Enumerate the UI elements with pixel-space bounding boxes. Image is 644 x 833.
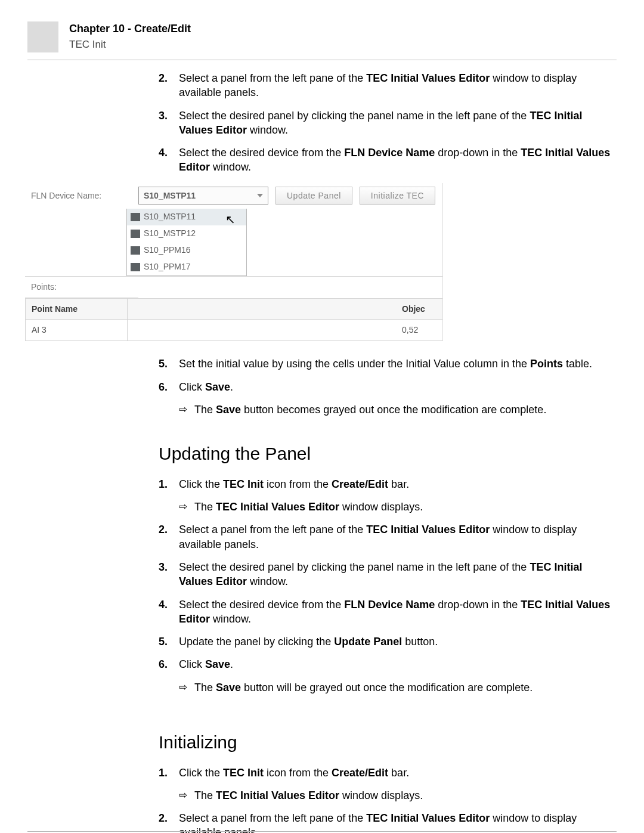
step-marker: 2. xyxy=(159,71,179,100)
step-item: 6.Click Save. xyxy=(159,380,617,394)
result-arrow-icon: ⇨ xyxy=(179,500,194,515)
updating-step-list: 1.Click the TEC Init icon from the Creat… xyxy=(159,477,617,695)
chapter-title: Chapter 10 - Create/Edit xyxy=(69,21,191,36)
step-marker: 3. xyxy=(159,109,179,138)
step-marker: 1. xyxy=(159,477,179,491)
step-marker: 3. xyxy=(159,560,179,589)
step-result-text: The TEC Initial Values Editor window dis… xyxy=(194,500,423,514)
col-object: Objec xyxy=(396,299,442,320)
device-icon xyxy=(131,230,140,238)
step-marker: 5. xyxy=(159,357,179,371)
step-marker: 1. xyxy=(159,766,179,780)
step-item: 3.Select the desired panel by clicking t… xyxy=(159,109,617,138)
step-text: Select the desired device from the FLN D… xyxy=(179,597,617,627)
step-text: Select the desired panel by clicking the… xyxy=(179,560,617,589)
step-item: 5.Update the panel by clicking the Updat… xyxy=(159,634,617,649)
result-arrow-icon: ⇨ xyxy=(179,789,194,803)
post-result-text: The Save button becomes grayed out once … xyxy=(194,402,546,417)
fln-device-name-label: FLN Device Name: xyxy=(25,187,138,205)
step-text: Select a panel from the left pane of the… xyxy=(179,522,617,552)
step-text: Update the panel by clicking the Update … xyxy=(179,634,617,649)
updating-heading: Updating the Panel xyxy=(159,442,617,466)
step-item: 5.Set the initial value by using the cel… xyxy=(159,357,617,371)
step-result: ⇨The TEC Initial Values Editor window di… xyxy=(179,788,617,803)
tec-editor-screenshot: FLN Device Name: S10_MSTP11 Update Panel… xyxy=(25,183,443,342)
fln-device-name-dropdown[interactable]: S10_MSTP11 xyxy=(138,187,268,205)
dropdown-option[interactable]: S10_MSTP11 xyxy=(127,209,246,225)
step-marker: 6. xyxy=(159,380,179,394)
result-arrow-icon: ⇨ xyxy=(179,681,194,695)
step-result-text: The TEC Initial Values Editor window dis… xyxy=(194,788,423,803)
page-header: Chapter 10 - Create/Edit TEC Init xyxy=(27,21,617,60)
step-text: Click the TEC Init icon from the Create/… xyxy=(179,766,617,780)
step-marker: 4. xyxy=(159,597,179,627)
step-item: 4.Select the desired device from the FLN… xyxy=(159,597,617,627)
initializing-heading: Initializing xyxy=(159,730,617,755)
step-marker: 2. xyxy=(159,522,179,552)
chevron-down-icon xyxy=(257,194,263,197)
device-icon xyxy=(131,213,140,221)
dropdown-option-label: S10_MSTP11 xyxy=(144,211,196,222)
step-result-text: The Save button will be grayed out once … xyxy=(194,680,532,695)
step-text: Select a panel from the left pane of the… xyxy=(179,811,617,833)
header-square-icon xyxy=(27,21,58,52)
initialize-tec-button[interactable]: Initialize TEC xyxy=(360,187,435,205)
step-marker: 4. xyxy=(159,145,179,175)
dropdown-option[interactable]: S10_MSTP12 xyxy=(127,225,246,242)
dropdown-option[interactable]: S10_PPM16 xyxy=(127,242,246,259)
step-text: Select a panel from the left pane of the… xyxy=(179,71,617,100)
post-step-list: 5.Set the initial value by using the cel… xyxy=(159,357,617,394)
step-result: ⇨The TEC Initial Values Editor window di… xyxy=(179,500,617,514)
step-text: Set the initial value by using the cells… xyxy=(179,357,617,371)
step-item: 1.Click the TEC Init icon from the Creat… xyxy=(159,477,617,491)
dropdown-option[interactable]: S10_PPM17 xyxy=(127,259,246,275)
step-item: 6.Click Save. xyxy=(159,657,617,671)
step-item: 1.Click the TEC Init icon from the Creat… xyxy=(159,766,617,780)
step-item: 4.Select the desired device from the FLN… xyxy=(159,145,617,175)
fln-device-selected: S10_MSTP11 xyxy=(144,190,196,202)
update-panel-button[interactable]: Update Panel xyxy=(275,187,352,205)
fln-device-dropdown-list: ↖ S10_MSTP11S10_MSTP12S10_PPM16S10_PPM17 xyxy=(126,209,247,276)
dropdown-option-label: S10_MSTP12 xyxy=(144,228,196,239)
device-icon xyxy=(131,246,140,255)
step-text: Click Save. xyxy=(179,380,617,394)
cell-object: 0,52 xyxy=(396,320,442,340)
intro-step-list: 2.Select a panel from the left pane of t… xyxy=(159,71,617,175)
dropdown-option-label: S10_PPM16 xyxy=(144,244,191,256)
section-title: TEC Init xyxy=(69,38,191,52)
post-result: ⇨ The Save button becomes grayed out onc… xyxy=(179,402,617,417)
step-text: Click the TEC Init icon from the Create/… xyxy=(179,477,617,491)
step-text: Select the desired device from the FLN D… xyxy=(179,145,617,175)
device-icon xyxy=(131,263,140,271)
points-table: Point Name Objec AI 3 0,52 xyxy=(25,298,442,342)
cell-point-name: AI 3 xyxy=(26,320,128,340)
initializing-step-list: 1.Click the TEC Init icon from the Creat… xyxy=(159,766,617,834)
step-marker: 5. xyxy=(159,634,179,649)
step-marker: 2. xyxy=(159,811,179,833)
step-item: 2.Select a panel from the left pane of t… xyxy=(159,522,617,552)
dropdown-option-label: S10_PPM17 xyxy=(144,261,191,272)
points-label: Points: xyxy=(25,277,138,298)
step-item: 2.Select a panel from the left pane of t… xyxy=(159,811,617,833)
step-result: ⇨The Save button will be grayed out once… xyxy=(179,680,617,695)
step-item: 2.Select a panel from the left pane of t… xyxy=(159,71,617,100)
step-text: Click Save. xyxy=(179,657,617,671)
step-marker: 6. xyxy=(159,657,179,671)
col-point-name: Point Name xyxy=(26,299,128,320)
result-arrow-icon: ⇨ xyxy=(179,403,194,417)
step-text: Select the desired panel by clicking the… xyxy=(179,109,617,138)
step-item: 3.Select the desired panel by clicking t… xyxy=(159,560,617,589)
